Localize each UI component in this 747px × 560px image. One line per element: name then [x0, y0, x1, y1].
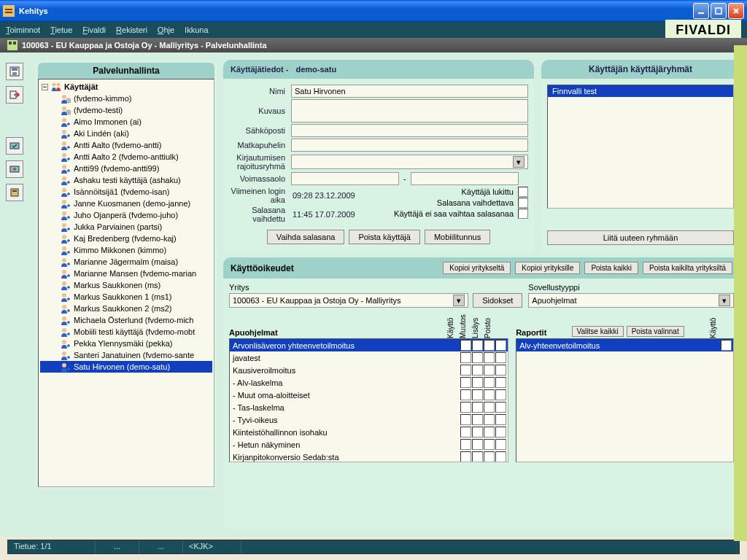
close-button[interactable]	[728, 3, 744, 19]
poista-kaikilta-button[interactable]: Poista kaikilta yrityksiltä	[643, 262, 732, 274]
grid-checkbox[interactable]	[472, 427, 483, 438]
tool1-icon[interactable]	[6, 137, 23, 155]
tool2-icon[interactable]	[6, 160, 23, 178]
grid-row[interactable]: Arvonlisäveron yhteenvetoilmoitus✓✓✓✓	[230, 339, 508, 351]
grid-checkbox[interactable]: ✓	[495, 340, 506, 351]
grid-checkbox[interactable]	[495, 414, 506, 425]
grid-checkbox[interactable]	[495, 365, 506, 376]
grid-checkbox[interactable]	[472, 377, 483, 388]
grid-checkbox[interactable]	[495, 377, 506, 388]
grid-checkbox[interactable]	[460, 352, 471, 363]
grid-row[interactable]: - Hetun näkyminen	[230, 438, 508, 451]
nimi-input[interactable]	[291, 85, 528, 98]
tree-item[interactable]: Marianne Jägermalm (maisa)	[40, 256, 212, 268]
kuvaus-input[interactable]	[291, 99, 528, 122]
grid-row[interactable]: Alv-yhteenvetoilmoitus✓	[516, 339, 733, 351]
grid-checkbox[interactable]	[484, 451, 495, 462]
voimassaolo-to[interactable]	[411, 172, 519, 185]
maximize-button[interactable]	[711, 3, 727, 19]
grid-checkbox[interactable]: ✓	[460, 340, 471, 351]
grid-checkbox[interactable]	[460, 439, 471, 450]
tree-item[interactable]: Jukka Parviainen (partsi)	[40, 221, 212, 233]
tree-item[interactable]: Marianne Mansen (fvdemo-marian	[40, 268, 212, 279]
lukittu-checkbox[interactable]	[518, 187, 528, 197]
grid-checkbox[interactable]	[472, 365, 483, 376]
rajoitusryhma-dropdown[interactable]: ▾	[291, 155, 528, 169]
save-icon[interactable]	[6, 63, 23, 80]
grid-checkbox[interactable]	[460, 365, 471, 376]
grid-checkbox[interactable]	[472, 451, 483, 462]
grid-checkbox[interactable]: ✓	[484, 340, 495, 351]
grid-checkbox[interactable]	[472, 389, 483, 400]
tree-item[interactable]: (fvdemo-kimmo)	[40, 93, 212, 104]
grid-row[interactable]: - Muut oma-aloitteiset	[230, 389, 508, 401]
voimassaolo-from[interactable]	[291, 172, 399, 185]
grid-checkbox[interactable]	[484, 377, 495, 388]
menu-ohje[interactable]: Ohje	[158, 26, 174, 34]
grid-checkbox[interactable]	[484, 352, 495, 363]
tree-item[interactable]: Michaela Österlund (fvdemo-mich	[40, 314, 212, 326]
grid-checkbox[interactable]	[495, 352, 506, 363]
tree-item[interactable]: Markus Saukkonen (ms)	[40, 279, 212, 291]
grid-checkbox[interactable]	[484, 439, 495, 450]
sahkoposti-input[interactable]	[291, 124, 528, 137]
grid-checkbox[interactable]	[472, 352, 483, 363]
yritys-dropdown[interactable]: 100063 - EU Kauppaa ja Ostoja Oy - Malli…	[229, 293, 468, 308]
grid-row[interactable]: Kiinteistöhallinnon isohaku	[230, 426, 508, 438]
grid-row[interactable]: - Tyvi-oikeus	[230, 413, 508, 426]
menu-rekisteri[interactable]: Rekisteri	[116, 26, 147, 34]
tree-item[interactable]: Kaj Bredenberg (fvdemo-kaj)	[40, 233, 212, 244]
user-tree[interactable]: −Käyttäjät(fvdemo-kimmo)(fvdemo-testi)Ai…	[38, 79, 214, 487]
kopioi-yritykselta-button[interactable]: Kopioi yritykseltä	[443, 262, 511, 274]
tree-item[interactable]: Aki Lindén (aki)	[40, 128, 212, 139]
grid-checkbox[interactable]	[484, 427, 495, 438]
poista-valinnat-button[interactable]: Poista valinnat	[627, 326, 684, 337]
mobiilitunnus-button[interactable]: Mobiilitunnus	[425, 230, 490, 244]
sidokset-button[interactable]: Sidokset	[473, 293, 522, 308]
grid-row[interactable]: Kausiveroilmoitus	[230, 364, 508, 376]
menu-toiminnot[interactable]: Toiminnot	[6, 26, 40, 34]
grid-checkbox[interactable]	[460, 451, 471, 462]
liita-ryhmaan-button[interactable]: Liitä uuteen ryhmään	[547, 230, 734, 245]
tree-item[interactable]: Markus Saukkonen 1 (ms1)	[40, 291, 212, 303]
valitse-kaikki-button[interactable]: Valitse kaikki	[572, 326, 624, 337]
grid-checkbox[interactable]	[460, 427, 471, 438]
grid-row[interactable]: javatest	[230, 351, 508, 364]
exit-icon[interactable]	[6, 86, 23, 104]
menu-ikkuna[interactable]: Ikkuna	[185, 26, 208, 34]
sovellus-dropdown[interactable]: Apuohjelmat▾	[528, 293, 734, 308]
menu-fivaldi[interactable]: Fivaldi	[82, 26, 106, 34]
grid-checkbox[interactable]	[472, 439, 483, 450]
tree-item[interactable]: Satu Hirvonen (demo-satu)	[40, 361, 212, 373]
matkapuhelin-input[interactable]	[291, 139, 528, 152]
grid-row[interactable]: - Alv-laskelma	[230, 376, 508, 389]
tree-item[interactable]: Isännöitsijä1 (fvdemo-isan)	[40, 186, 212, 198]
tree-item[interactable]: (fvdemo-testi)	[40, 104, 212, 116]
tree-item[interactable]: Aimo Immonen (ai)	[40, 116, 212, 128]
left-grid-body[interactable]: Arvonlisäveron yhteenvetoilmoitus✓✓✓✓jav…	[229, 338, 508, 462]
tree-item[interactable]: Ashaku testi käyttäjä (ashaku)	[40, 174, 212, 186]
tree-item[interactable]: Mobiili testi käyttäjä (fvdemo-mobt	[40, 326, 212, 338]
vaihdettava-checkbox[interactable]	[518, 198, 528, 208]
kopioi-yrityksille-button[interactable]: Kopioi yrityksille	[515, 262, 580, 274]
minimize-button[interactable]	[693, 3, 709, 19]
tree-item[interactable]: Antti99 (fvdemo-antti99)	[40, 163, 212, 174]
tool3-icon[interactable]	[6, 184, 23, 201]
grid-row[interactable]: Kirjanpitokonversio Sedab:sta	[230, 451, 508, 462]
group-item[interactable]: Finnvalli test	[548, 85, 733, 97]
vaihda-salasana-button[interactable]: Vaihda salasana	[267, 230, 345, 244]
tree-item[interactable]: Santeri Janatuinen (fvdemo-sante	[40, 349, 212, 361]
eisaa-checkbox[interactable]	[518, 209, 528, 219]
menu-tietue[interactable]: Tietue	[50, 26, 72, 34]
grid-checkbox[interactable]	[484, 365, 495, 376]
grid-checkbox[interactable]	[484, 414, 495, 425]
grid-checkbox[interactable]	[472, 414, 483, 425]
poista-kayttaja-button[interactable]: Poista käyttäjä	[349, 230, 420, 244]
group-list[interactable]: Finnvalli test	[547, 85, 734, 209]
tree-root[interactable]: −Käyttäjät	[40, 81, 212, 93]
poista-kaikki-button[interactable]: Poista kaikki	[584, 262, 638, 274]
tree-item[interactable]: Antti Aalto 2 (fvdemo-anttiulk)	[40, 151, 212, 163]
tree-item[interactable]: Juho Ojanperä (fvdemo-juho)	[40, 209, 212, 221]
grid-checkbox[interactable]	[484, 402, 495, 413]
grid-checkbox[interactable]	[460, 389, 471, 400]
